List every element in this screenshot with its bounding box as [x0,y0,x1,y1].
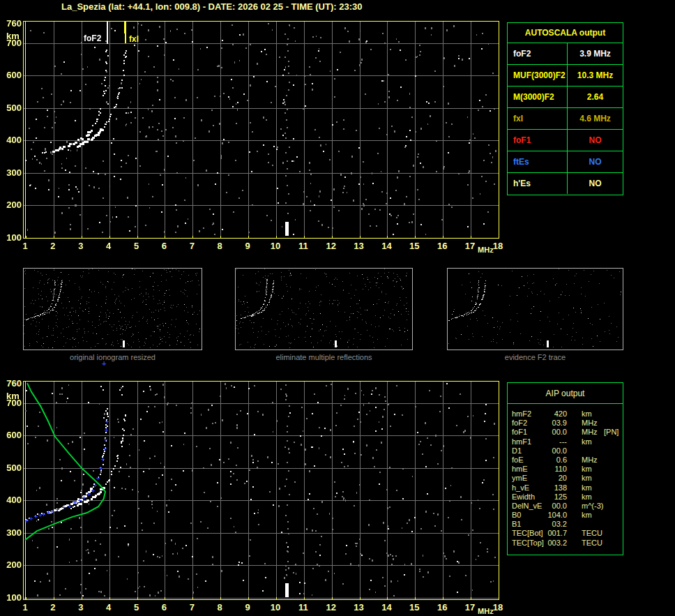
x-tick-label: 3 [73,602,89,613]
aip-row-label: D1 [512,446,522,455]
y-tick-label: 760 [1,18,22,29]
aip-row-value: 0.6 [529,456,567,464]
aip-row-label: ymE [512,474,527,482]
aip-row-value: 420 [529,410,567,418]
aip-table-header: AIP output [508,383,623,404]
aip-row-unit: MHz [582,419,598,427]
x-tick-label: 13 [351,602,367,613]
aip-row-unit: km [582,474,592,482]
x-tick-label: 9 [239,241,256,251]
aip-row-value: 00.0 [529,428,567,436]
y-tick-label: 600 [1,70,22,80]
autoscala-row-label: ftEs [508,151,566,172]
fof2-trace-label: foF2 [84,33,101,43]
autoscala-window: La_Spezia (lat: +44.1, lon: 009.8) - DAT… [0,0,675,616]
aip-row-label: B0 [512,511,521,519]
x-tick-label: 3 [73,241,89,251]
aip-row: Ewidth125km [508,493,623,502]
autoscala-table-header: AUTOSCALA output [508,23,623,43]
thumbnail-evidence-f2 [447,268,623,350]
aip-row: TEC[Bot]001.7TECU [508,529,623,538]
x-tick-label: 14 [378,602,395,613]
autoscala-row-value: 2.64 [567,87,623,107]
autoscala-row-label: fxI [508,108,566,129]
fxi-trace-label: fxI [129,34,139,44]
aip-row: ymE20km [508,474,623,483]
autoscala-row-label: M(3000)F2 [508,87,566,107]
x-tick-label: 15 [406,602,423,613]
aip-row-unit: MHz [582,428,598,436]
aip-row-value: 104.0 [529,511,567,519]
aip-row: DelN_vE00.0m^(-3) [508,502,623,511]
x-axis-unit-label: MHz [478,246,494,254]
thumbnail-evidence-canvas [448,269,621,348]
window-title: La_Spezia (lat: +44.1, lon: 009.8) - DAT… [61,1,362,12]
x-tick-label: 4 [100,241,117,251]
aip-row-label: foF1 [512,428,527,436]
y-tick-label: 600 [1,430,22,440]
ionogram-top-plot: foF2 fxI [23,21,499,239]
y-axis-unit-label: km [6,391,20,401]
autoscala-row-value: NO [567,130,623,151]
x-tick-label: 4 [100,602,117,613]
aip-row-value: 03.9 [529,419,567,427]
aip-row-label: B1 [512,520,521,528]
autoscala-row: h'EsNO [508,172,623,194]
aip-row-value: 00.0 [529,502,567,510]
y-tick-label: 300 [1,167,22,178]
x-tick-label: 15 [406,241,423,251]
autoscala-row-value: 10.3 MHz [567,65,623,86]
aip-row: D100.0 [508,446,623,456]
aip-row-value: 00.0 [529,446,567,455]
y-tick-label: 760 [1,378,22,389]
x-tick-label: 12 [323,602,340,613]
x-tick-label: 9 [239,602,256,613]
aip-row-unit: km [582,483,592,492]
aip-row-unit: km [582,511,592,519]
thumbnail-original-canvas [24,269,200,348]
aip-row-label: foF2 [512,419,527,427]
autoscala-table: AUTOSCALA output foF23.9 MHzMUF(3000)F21… [507,22,623,195]
aip-row-unit: km [582,493,592,501]
aip-row-value: 003.2 [529,539,567,547]
x-tick-label: 2 [45,241,61,251]
aip-row: foF203.9MHz [508,419,623,428]
x-tick-label: 16 [434,602,450,613]
aip-row-value: 138 [529,483,567,492]
autoscala-row: ftEsNO [508,151,623,172]
x-tick-label: 7 [183,241,200,251]
thumbnail-original-ionogram [23,268,202,350]
aip-row: foE0.6MHz [508,456,623,465]
aip-row-unit: TECU [582,529,602,537]
ionogram-bottom-plot [23,381,499,600]
aip-row-label: h_vE [512,483,529,492]
x-tick-label: 16 [434,241,450,251]
y-tick-label: 100 [1,592,22,603]
aip-row: foF100.0MHz[PN] [508,428,623,437]
autoscala-row-value: 4.6 MHz [567,108,623,129]
aip-row-value: 110 [529,465,567,473]
autoscala-row-value: NO [567,151,623,172]
x-tick-label: 12 [323,241,340,251]
y-tick-label: 500 [1,463,22,473]
x-tick-label: 2 [45,602,61,613]
aip-row: B103.2 [508,520,623,529]
autoscala-row: M(3000)F22.64 [508,86,623,107]
aip-row-label: foE [512,456,524,464]
aip-row-value: 20 [529,474,567,482]
x-tick-label: 6 [156,602,172,613]
x-tick-label: 6 [156,241,172,251]
y-tick-label: 400 [1,495,22,505]
x-tick-label: 1 [17,602,33,613]
aip-table: AIP output hmF2420kmfoF203.9MHzfoF100.0M… [507,382,623,555]
x-tick-label: 17 [462,241,478,251]
aip-row-unit: km [582,410,592,418]
thumbnail-caption-evidence: evidence F2 trace [447,353,623,361]
x-tick-label: 13 [351,241,367,251]
thumbnail-caption-eliminate: eliminate multiple reflections [235,353,413,361]
ionogram-bottom-canvas [24,382,499,599]
aip-row-value: --- [529,437,567,446]
x-tick-label: 8 [211,241,228,251]
aip-row: hmF1---km [508,437,623,446]
thumbnail-plus-marker: + [102,359,106,368]
